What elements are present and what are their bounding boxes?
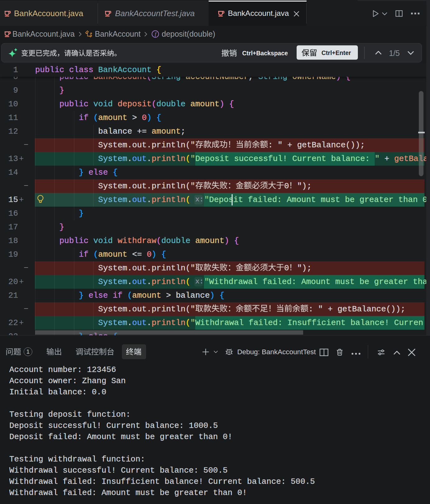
svg-text:f: f: [155, 31, 157, 37]
